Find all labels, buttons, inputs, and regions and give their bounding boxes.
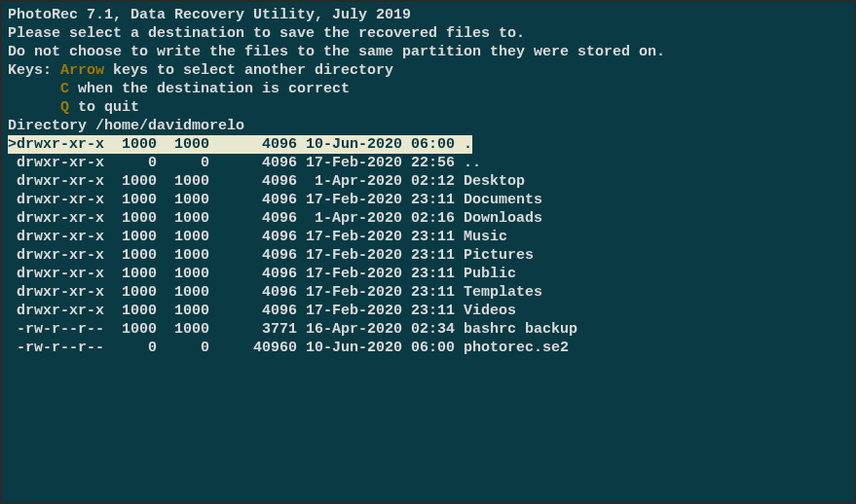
directory-row[interactable]: drwxr-xr-x 1000 1000 4096 17-Feb-2020 23…: [8, 228, 848, 246]
directory-row[interactable]: drwxr-xr-x 1000 1000 4096 1-Apr-2020 02:…: [8, 209, 848, 228]
keys-c-line: C when the destination is correct: [8, 80, 848, 98]
app-header: PhotoRec 7.1, Data Recovery Utility, Jul…: [8, 6, 848, 24]
instruction-2: Do not choose to write the files to the …: [8, 43, 848, 61]
directory-listing[interactable]: >drwxr-xr-x 1000 1000 4096 10-Jun-2020 0…: [8, 135, 848, 357]
directory-row[interactable]: drwxr-xr-x 1000 1000 4096 17-Feb-2020 23…: [8, 302, 848, 320]
directory-row[interactable]: >drwxr-xr-x 1000 1000 4096 10-Jun-2020 0…: [8, 135, 472, 154]
directory-row[interactable]: -rw-r--r-- 1000 1000 3771 16-Apr-2020 02…: [8, 320, 848, 339]
keys-arrow-line: Keys: Arrow keys to select another direc…: [8, 61, 848, 80]
directory-row[interactable]: drwxr-xr-x 1000 1000 4096 1-Apr-2020 02:…: [8, 172, 848, 191]
current-directory: Directory /home/davidmorelo: [8, 117, 848, 135]
key-q: Q: [60, 99, 69, 116]
keys-q-line: Q to quit: [8, 98, 848, 117]
directory-row[interactable]: -rw-r--r-- 0 0 40960 10-Jun-2020 06:00 p…: [8, 339, 848, 357]
directory-row[interactable]: drwxr-xr-x 0 0 4096 17-Feb-2020 22:56 ..: [8, 154, 848, 172]
directory-row[interactable]: drwxr-xr-x 1000 1000 4096 17-Feb-2020 23…: [8, 283, 848, 302]
directory-row[interactable]: drwxr-xr-x 1000 1000 4096 17-Feb-2020 23…: [8, 265, 848, 283]
directory-row[interactable]: drwxr-xr-x 1000 1000 4096 17-Feb-2020 23…: [8, 191, 848, 209]
instruction-1: Please select a destination to save the …: [8, 24, 848, 43]
directory-row[interactable]: drwxr-xr-x 1000 1000 4096 17-Feb-2020 23…: [8, 246, 848, 265]
key-c: C: [60, 81, 69, 97]
key-arrow: Arrow: [60, 62, 104, 79]
